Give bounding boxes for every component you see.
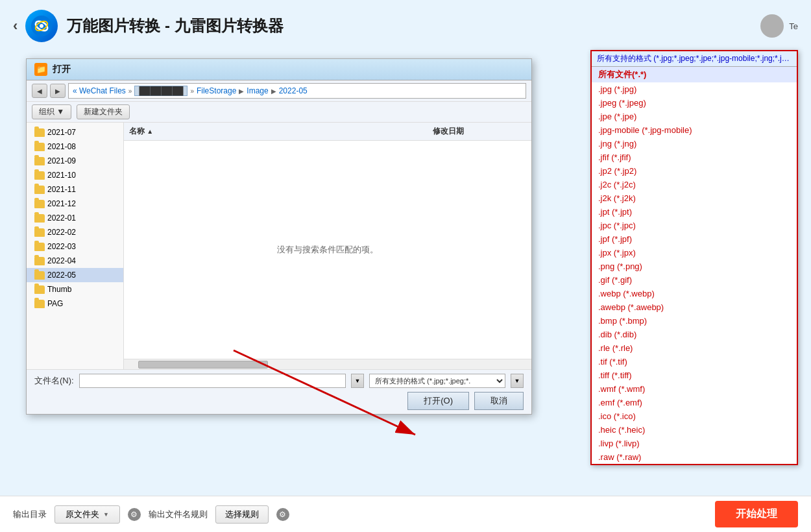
folder-dropdown-arrow: ▼ [103,511,109,518]
folder-item-2021-07[interactable]: 2021-07 [27,125,123,139]
filter-item-19[interactable]: .dib (*.dib) [592,328,797,341]
filter-item-18[interactable]: .bmp (*.bmp) [592,314,797,328]
col-date: 修改日期 [428,125,531,138]
back-button[interactable]: ‹ [13,18,18,34]
folder-label: 2022-02 [47,228,76,237]
no-results-message: 没有与搜索条件匹配的项。 [277,244,378,256]
folder-item-2021-08[interactable]: 2021-08 [27,139,123,154]
dialog-titlebar: 📁 打开 [27,59,531,80]
filter-item-0[interactable]: 所有文件(*.*) [592,67,797,82]
output-rules-label: 输出文件名规则 [149,509,208,520]
folder-item-2022-05[interactable]: 2022-05 [27,268,123,282]
filter-item-20[interactable]: .rle (*.rle) [592,341,797,355]
header-right: Te 所有支持的格式 (*.jpg;*.jpeg;*.jpe;*.jpg-mob… [760,14,798,38]
folder-item-2022-01[interactable]: 2022-01 [27,211,123,225]
dialog-title: 打开 [53,64,71,75]
scroll-thumb[interactable] [138,361,268,369]
file-area: 名称 ▲ 修改日期 没有与搜索条件匹配的项。 [124,123,531,369]
filter-item-7[interactable]: .jp2 (*.jp2) [592,164,797,178]
filter-item-10[interactable]: .jpt (*.jpt) [592,205,797,219]
path-segment-image[interactable]: Image [247,86,268,95]
open-file-dialog: 📁 打开 ◀ ▶ « WeChat Files » ████████ » Fil… [26,58,532,415]
filename-input[interactable] [79,374,346,388]
horizontal-scrollbar[interactable] [124,359,531,369]
filter-item-14[interactable]: .png (*.png) [592,260,797,273]
back-nav-button[interactable]: ◀ [32,84,47,98]
folder-label: 2022-05 [47,271,76,280]
file-header: 名称 ▲ 修改日期 [124,123,531,141]
select-rules-button[interactable]: 选择规则 [215,505,269,524]
filetype-select[interactable]: 所有支持的格式 (*.jpg;*.jpeg;*. [369,374,505,388]
rules-settings-gear[interactable]: ⚙ [276,508,289,521]
filter-item-28[interactable]: .raw (*.raw) [592,450,797,464]
filter-item-25[interactable]: .ico (*.ico) [592,409,797,423]
filter-item-23[interactable]: .wmf (*.wmf) [592,382,797,396]
filter-item-21[interactable]: .tif (*.tif) [592,355,797,369]
output-folder-button[interactable]: 原文件夹 ▼ [54,505,120,524]
folder-icon [34,200,45,208]
folder-item-PAG[interactable]: PAG [27,296,123,311]
folder-icon [34,285,45,294]
app-logo [25,10,58,42]
folder-label: 2021-07 [47,128,76,137]
folder-label: 2021-09 [47,156,76,165]
path-blurred: ████████ [134,86,188,96]
col-name[interactable]: 名称 ▲ [124,125,428,138]
forward-nav-button[interactable]: ▶ [50,84,66,98]
folder-icon [34,257,45,265]
organize-button[interactable]: 组织 ▼ [32,104,71,119]
filter-item-13[interactable]: .jpx (*.jpx) [592,246,797,260]
folder-icon [34,143,45,151]
start-processing-button[interactable]: 开始处理 [715,501,798,527]
filter-item-5[interactable]: .jng (*.jng) [592,137,797,151]
new-folder-button[interactable]: 新建文件夹 [77,104,130,119]
filter-item-11[interactable]: .jpc (*.jpc) [592,219,797,232]
folder-label: PAG [47,299,63,308]
folder-icon [34,128,45,137]
dialog-body: 2021-072021-082021-092021-102021-112021-… [27,123,531,369]
folder-icon [34,300,45,308]
output-settings-gear[interactable]: ⚙ [128,508,141,521]
filter-item-12[interactable]: .jpf (*.jpf) [592,232,797,246]
dialog-actionbar: 组织 ▼ 新建文件夹 [27,102,531,123]
filetype-dropdown-btn[interactable]: ▼ [511,374,524,388]
folder-item-2022-03[interactable]: 2022-03 [27,239,123,254]
folder-label: Thumb [47,285,71,294]
folder-item-2021-09[interactable]: 2021-09 [27,154,123,168]
file-filter-dropdown[interactable]: 所有支持的格式 (*.jpg;*.jpeg;*.jpe;*.jpg-mobile… [590,50,798,465]
filter-item-6[interactable]: .jfif (*.jfif) [592,151,797,164]
folder-item-2021-10[interactable]: 2021-10 [27,168,123,182]
filter-item-27[interactable]: .livp (*.livp) [592,437,797,450]
folder-label: 2022-04 [47,256,76,265]
open-button[interactable]: 打开(O) [407,392,469,410]
filter-item-17[interactable]: .awebp (*.awebp) [592,300,797,314]
folder-label: 2021-08 [47,142,76,151]
filter-item-9[interactable]: .j2k (*.j2k) [592,191,797,205]
cancel-button[interactable]: 取消 [474,392,524,410]
folder-label: 2021-11 [47,185,76,194]
folder-label: 2022-01 [47,213,76,223]
filter-item-24[interactable]: .emf (*.emf) [592,396,797,409]
bottom-toolbar: 输出目录 原文件夹 ▼ ⚙ 输出文件名规则 选择规则 ⚙ 开始处理 [0,496,811,532]
filter-item-2[interactable]: .jpeg (*.jpeg) [592,96,797,110]
path-segment-year[interactable]: 2022-05 [279,86,308,95]
folder-item-2021-12[interactable]: 2021-12 [27,197,123,211]
path-segment-wechat[interactable]: « WeChat Files [73,86,126,95]
filter-item-16[interactable]: .webp (*.webp) [592,287,797,300]
folder-sidebar: 2021-072021-082021-092021-102021-112021-… [27,123,124,369]
filter-item-3[interactable]: .jpe (*.jpe) [592,110,797,123]
filter-item-8[interactable]: .j2c (*.j2c) [592,178,797,191]
folder-item-2022-02[interactable]: 2022-02 [27,225,123,239]
filter-item-4[interactable]: .jpg-mobile (*.jpg-mobile) [592,123,797,137]
filter-item-22[interactable]: .tiff (*.tiff) [592,369,797,382]
folder-item-Thumb[interactable]: Thumb [27,282,123,296]
filename-dropdown-btn[interactable]: ▼ [351,374,364,388]
folder-item-2022-04[interactable]: 2022-04 [27,254,123,268]
folder-label: 2021-12 [47,199,76,208]
filter-item-1[interactable]: .jpg (*.jpg) [592,82,797,96]
filter-list[interactable]: 所有文件(*.*).jpg (*.jpg).jpeg (*.jpeg).jpe … [592,67,797,464]
path-segment-filestorage[interactable]: FileStorage [197,86,236,95]
folder-item-2021-11[interactable]: 2021-11 [27,182,123,197]
filter-item-26[interactable]: .heic (*.heic) [592,423,797,437]
filter-item-15[interactable]: .gif (*.gif) [592,273,797,287]
